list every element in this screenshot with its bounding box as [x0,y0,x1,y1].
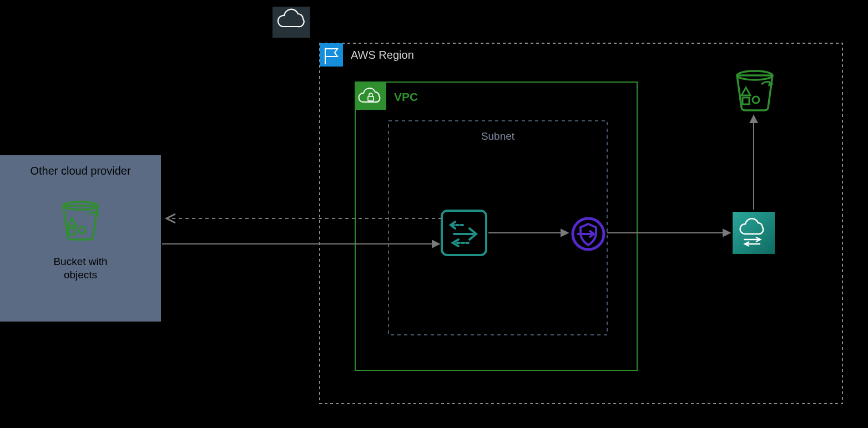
bucket-caption-line2: objects [64,269,97,281]
subnet-label: Subnet [481,130,515,142]
datasync-service-tile [733,212,775,254]
shield-service-icon [573,218,604,249]
region-flag-badge [320,43,343,67]
other-cloud-provider-title: Other cloud provider [30,165,131,177]
other-cloud-provider-box: Other cloud provider Bucket with objects… [0,0,161,322]
bucket-caption-line1: Bucket with [53,256,107,267]
s3-bucket-icon [737,71,774,110]
datasync-agent-icon [442,211,486,255]
svg-rect-0 [0,155,161,322]
vpc-badge [355,82,386,110]
aws-cloud-tile [272,7,310,38]
svg-marker-26 [741,88,750,95]
svg-rect-27 [743,98,749,104]
vpc-label: VPC [394,90,418,103]
svg-rect-12 [355,82,386,110]
svg-point-28 [753,96,759,103]
aws-region-label: AWS Region [351,49,414,61]
